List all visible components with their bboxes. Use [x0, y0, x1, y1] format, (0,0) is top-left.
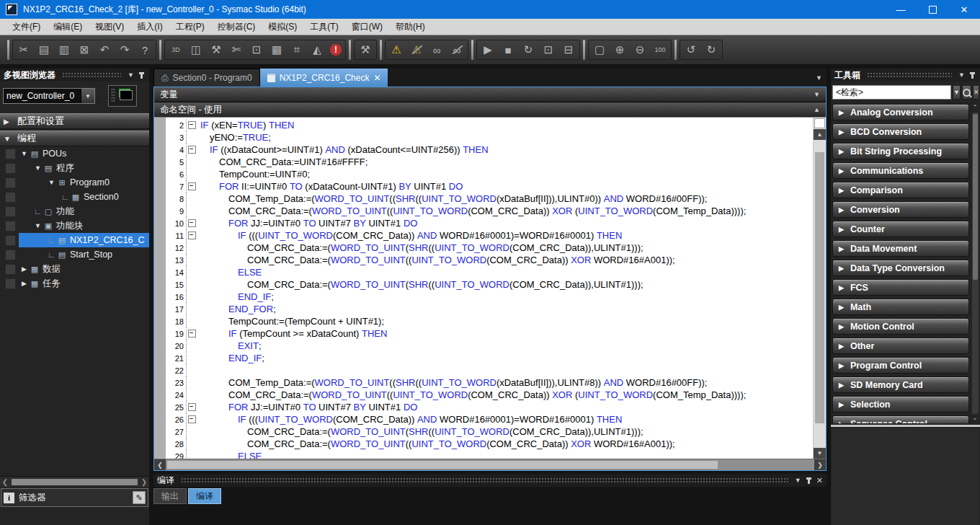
monitor-2-icon[interactable]: ⊟ [561, 42, 576, 58]
filter-bar[interactable]: i 筛选器 ✎ [1, 488, 148, 507]
copy-icon[interactable]: ▤ [37, 42, 51, 58]
controller-dropdown-icon[interactable]: ▼ [81, 89, 94, 103]
undo-icon[interactable]: ↶ [97, 42, 112, 58]
search-go-button[interactable] [962, 85, 971, 100]
tree-section-programming[interactable]: ▼编程 [0, 131, 149, 146]
explorer-menu-icon[interactable]: ▼ [128, 71, 134, 79]
namespace-collapse-icon[interactable]: ▲ [814, 106, 820, 113]
toolbox-category-comparison[interactable]: ▶Comparison [832, 182, 969, 198]
fold-collapse-icon[interactable] [188, 146, 196, 154]
menu-item-w[interactable]: 窗口(W) [345, 19, 389, 35]
expander-icon[interactable]: ▼ [19, 150, 29, 157]
menu-item-i[interactable]: 插入(I) [130, 19, 169, 35]
variables-expand-icon[interactable]: ▼ [814, 91, 820, 98]
expander-icon[interactable]: ▼ [47, 179, 56, 186]
toolbox-category-program-control[interactable]: ▶Program Control [832, 357, 969, 374]
expander-icon[interactable]: ▶ [4, 118, 9, 125]
fold-collapse-icon[interactable] [188, 330, 196, 338]
menu-item-c[interactable]: 控制器(C) [211, 19, 262, 35]
tab-nx1p2-crc16-check[interactable]: NX1P2_CRC16_Check✕ [260, 69, 388, 87]
search-dropdown-icon[interactable]: ▼ [953, 85, 961, 100]
tab-close-icon[interactable]: ✕ [373, 73, 380, 83]
stop-icon[interactable]: ■ [501, 42, 515, 58]
toolbox-category-bit-string-processing[interactable]: ▶Bit String Processing [832, 143, 969, 159]
tab-list-dropdown-icon[interactable]: ▼ [816, 74, 822, 81]
menu-item-s[interactable]: 模拟(S) [262, 19, 303, 35]
explorer-hscrollbar[interactable]: ❮ ❯ [0, 476, 149, 487]
tab-section0-program0[interactable]: ⎙Section0 - Program0 [153, 69, 260, 87]
namespace-bar[interactable]: 命名空间 - 使用 ▲ [154, 102, 826, 118]
toolbox-search-input[interactable] [832, 85, 951, 100]
tree-item-section0[interactable]: ∟▦Section0 [0, 190, 149, 204]
data-trace-icon[interactable]: ⌗ [290, 42, 304, 58]
warning-icon[interactable]: ⚠ [389, 42, 404, 58]
variables-bar[interactable]: 变量 ▼ [154, 87, 826, 102]
scroll-left-icon[interactable]: ❮ [0, 478, 10, 486]
toolbox-category-motion-control[interactable]: ▶Motion Control [832, 318, 969, 335]
3d-view-icon[interactable]: 3D [169, 42, 183, 58]
close-button[interactable]: ✕ [948, 0, 980, 19]
toolbox-category-sequence-control[interactable]: ▶Sequence Control [832, 415, 969, 423]
build-pin-icon[interactable] [808, 477, 810, 484]
scroll-right-icon[interactable]: ❯ [814, 459, 826, 470]
zoom-in-icon[interactable]: ⊕ [612, 42, 627, 58]
fold-collapse-icon[interactable] [188, 182, 196, 190]
window-layout-icon[interactable]: ◫ [189, 42, 203, 58]
zoom-100-icon[interactable]: 100 [653, 42, 667, 58]
expander-icon[interactable]: ▼ [4, 135, 11, 143]
toolbox-menu-icon[interactable]: ▼ [958, 71, 965, 79]
tree-item-start-stop[interactable]: ∟▤Start_Stop [0, 247, 149, 262]
scroll-down-icon[interactable]: ▼ [814, 448, 826, 459]
controller-select[interactable]: new_Controller_0 ▼ [3, 88, 95, 104]
watch-icon[interactable]: ∞ [429, 42, 444, 58]
toolbox-category-data-movement[interactable]: ▶Data Movement [832, 240, 969, 257]
fold-collapse-icon[interactable] [188, 231, 196, 239]
toolbox-category-sd-memory-card[interactable]: ▶SD Memory Card [832, 376, 969, 393]
toolbox-category-communications[interactable]: ▶Communications [832, 162, 969, 179]
help-icon[interactable]: ? [138, 42, 152, 58]
fold-collapse-icon[interactable] [188, 415, 196, 423]
splitter-grip[interactable] [814, 118, 825, 128]
jump-back-icon[interactable]: ↺ [684, 42, 698, 58]
zoom-fit-icon[interactable]: ▢ [592, 42, 607, 58]
toolbox-splitter[interactable] [831, 425, 980, 427]
tree-section-configuration[interactable]: ▶配置和设置 [0, 113, 149, 129]
menu-item-h[interactable]: 帮助(H) [389, 19, 432, 35]
watch-window-icon[interactable]: ⊡ [249, 42, 264, 58]
tree-item--[interactable]: ▶▦数据 [0, 262, 149, 276]
toolbox-category-conversion[interactable]: ▶Conversion [832, 201, 969, 218]
scroll-up-icon[interactable]: ▲ [814, 129, 826, 140]
vscroll-thumb[interactable] [815, 152, 824, 423]
build-tab-output[interactable]: 输出 [153, 488, 187, 504]
menu-item-t[interactable]: 工具(T) [303, 19, 344, 35]
search-icon[interactable]: ◭ [310, 42, 324, 58]
search-clear-button[interactable]: ✕ [973, 85, 980, 100]
menu-item-e[interactable]: 编辑(E) [47, 19, 89, 35]
expander-icon[interactable]: ▼ [33, 222, 43, 229]
toolbox-category-analog-conversion[interactable]: ▶Analog Conversion [832, 104, 969, 120]
toolbox-category-other[interactable]: ▶Other [832, 338, 969, 354]
fold-collapse-icon[interactable] [188, 121, 196, 129]
fold-collapse-icon[interactable] [188, 219, 196, 227]
monitor-1-icon[interactable]: ⊡ [541, 42, 556, 58]
tree-item-program0[interactable]: ▼⊞Program0 [0, 175, 149, 190]
menu-item-v[interactable]: 视图(V) [89, 19, 130, 35]
restore-button[interactable] [917, 0, 948, 19]
toolbox-category-bcd-conversion[interactable]: ▶BCD Conversion [832, 123, 969, 140]
toolbox-vscrollbar[interactable]: ⌃ ⌄ [970, 103, 980, 423]
cut-icon[interactable]: ✂ [17, 42, 31, 58]
toolbox-category-selection[interactable]: ▶Selection [832, 396, 969, 412]
editor-vscrollbar[interactable]: ▲ ▼ [813, 118, 826, 459]
tree-item-nx1p2-crc16-c[interactable]: ∟▤NX1P2_CRC16_C [0, 233, 149, 247]
toolbox-pin-icon[interactable] [971, 72, 974, 79]
sync-icon[interactable]: ↻ [521, 42, 535, 58]
delete-icon[interactable]: ⊠ [77, 42, 92, 58]
menu-item-p[interactable]: 工程(P) [169, 19, 211, 35]
snippet-icon[interactable]: ✄ [229, 42, 244, 58]
hscroll-thumb[interactable] [167, 461, 718, 469]
vscroll-track[interactable] [814, 140, 826, 448]
run-icon[interactable]: ▶ [481, 42, 495, 58]
tree-item-pous[interactable]: ▼▤POUs [0, 146, 149, 161]
scroll-down-icon[interactable]: ⌄ [972, 414, 978, 423]
zoom-out-icon[interactable]: ⊖ [633, 42, 647, 58]
